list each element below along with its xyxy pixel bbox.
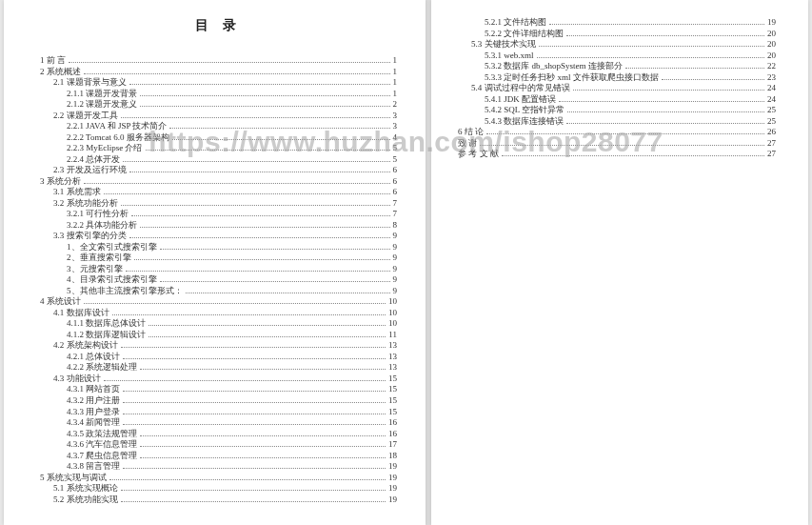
toc-leader-dots — [140, 369, 386, 370]
page-spread: 目 录 1 前 言12 系统概述12.1 课题背景与意义12.1.1 课题开发背… — [0, 0, 812, 525]
toc-entry: 2.1 课题背景与意义1 — [40, 77, 397, 89]
toc-entry-label: 5.3.3 定时任务扫秒 xml 文件获取爬虫接口数据 — [485, 72, 659, 84]
toc-leader-dots — [486, 133, 764, 134]
toc-leader-dots — [129, 84, 390, 85]
toc-entry: 4.3.7 爬虫信息管理18 — [40, 451, 397, 462]
toc-leader-dots — [559, 101, 764, 102]
toc-entry: 4.3.1 网站首页15 — [40, 384, 397, 395]
toc-entry-page: 7 — [393, 209, 398, 220]
toc-entry: 5、其他非主流搜索引擎形式：9 — [40, 286, 397, 297]
toc-leader-dots — [537, 57, 765, 58]
toc-entry: 3.2.2 具体功能分析8 — [40, 220, 397, 232]
toc-entry: 4.1 数据库设计10 — [40, 308, 397, 319]
toc-entry-label: 2.2.4 总体开发 — [67, 154, 120, 166]
toc-entry: 参 考 文 献27 — [458, 149, 776, 160]
toc-entry-label: 6 结 论 — [458, 127, 484, 138]
toc-entry: 5.3.2 数据库 db_shopSystem 连接部分22 — [458, 61, 776, 72]
toc-leader-dots — [480, 145, 764, 146]
toc-entry-page: 20 — [767, 39, 776, 50]
toc-leader-dots — [129, 237, 390, 238]
toc-entry-page: 24 — [767, 94, 776, 106]
toc-entry-label: 2、垂直搜索引擎 — [67, 252, 131, 264]
toc-leader-dots — [140, 106, 389, 107]
toc-title: 目 录 — [40, 17, 397, 34]
toc-entry-label: 3.2 系统功能分析 — [53, 198, 118, 210]
toc-entry: 4.3.3 用户登录15 — [40, 407, 397, 418]
toc-leader-dots — [169, 128, 389, 129]
toc-entry-label: 4.1.1 数据库总体设计 — [67, 318, 146, 330]
toc-entry: 5.2 系统功能实现19 — [40, 495, 397, 506]
toc-entry-page: 25 — [767, 105, 776, 116]
toc-leader-dots — [121, 501, 386, 502]
toc-leader-dots — [123, 358, 386, 359]
toc-entry-label: 5.1 系统实现概论 — [53, 483, 118, 495]
toc-entry-label: 1、全文索引式搜索引擎 — [67, 242, 157, 253]
toc-leader-dots — [123, 402, 386, 403]
toc-entry: 5.3.3 定时任务扫秒 xml 文件获取爬虫接口数据23 — [458, 72, 776, 84]
toc-list-left: 1 前 言12 系统概述12.1 课题背景与意义12.1.1 课题开发背景12.… — [40, 55, 397, 505]
toc-entry-page: 2 — [393, 99, 398, 111]
toc-entry: 4.2.1 总体设计13 — [40, 352, 397, 363]
toc-entry-label: 5.4 调试过程中的常见错误 — [471, 83, 570, 94]
toc-entry-label: 4.3.6 汽车信息管理 — [67, 439, 137, 451]
toc-leader-dots — [549, 24, 764, 25]
toc-list-right: 5.2.1 文件结构图195.2.2 文件详细结构图205.3 关键技术实现20… — [458, 17, 776, 160]
toc-leader-dots — [123, 468, 386, 469]
toc-entry: 5.2.1 文件结构图19 — [458, 17, 776, 29]
toc-leader-dots — [104, 193, 390, 194]
toc-leader-dots — [566, 35, 764, 36]
toc-entry-page: 1 — [393, 77, 398, 89]
toc-entry-page: 19 — [388, 473, 397, 484]
toc-entry-page: 10 — [388, 296, 397, 308]
toc-leader-dots — [566, 123, 764, 124]
toc-leader-dots — [539, 46, 765, 47]
toc-entry-label: 5.3.2 数据库 db_shopSystem 连接部分 — [485, 61, 623, 72]
toc-entry-page: 17 — [388, 439, 397, 451]
toc-entry-page: 6 — [393, 176, 398, 188]
toc-entry-label: 5.2.2 文件详细结构图 — [485, 29, 564, 40]
toc-entry-label: 4.3.3 用户登录 — [67, 407, 120, 418]
toc-entry-page: 9 — [393, 231, 398, 242]
toc-entry-label: 3.2.1 可行性分析 — [67, 209, 129, 220]
toc-entry-label: 3.3 搜索引擎的分类 — [53, 231, 127, 242]
toc-leader-dots — [123, 391, 386, 392]
toc-entry-page: 16 — [388, 417, 397, 429]
toc-entry: 4.3.5 政策法规管理16 — [40, 429, 397, 440]
toc-entry-label: 5 系统实现与调试 — [40, 473, 107, 484]
toc-entry-label: 2.2 课题开发工具 — [53, 111, 118, 122]
toc-entry-label: 4.3.5 政策法规管理 — [67, 429, 137, 440]
toc-entry-label: 4.3.2 用户注册 — [67, 395, 120, 407]
toc-entry-page: 13 — [388, 352, 397, 363]
toc-entry-page: 1 — [393, 55, 398, 67]
toc-leader-dots — [573, 90, 765, 91]
toc-entry-label: 3 系统分析 — [40, 176, 81, 188]
toc-entry: 6 结 论26 — [458, 127, 776, 138]
toc-leader-dots — [123, 161, 389, 162]
toc-entry-page: 6 — [393, 187, 398, 198]
toc-entry: 4.3.2 用户注册15 — [40, 395, 397, 407]
toc-entry: 4.2 系统架构设计13 — [40, 340, 397, 352]
toc-entry-page: 19 — [388, 483, 397, 495]
toc-entry: 1 前 言1 — [40, 55, 397, 67]
toc-entry: 5.4.1 JDK 配置错误24 — [458, 94, 776, 106]
toc-entry-label: 4.3.4 新闻管理 — [67, 417, 120, 429]
toc-entry-label: 4.3.8 留言管理 — [67, 461, 120, 473]
toc-entry: 2.2.3 MyEclipse 介绍5 — [40, 143, 397, 154]
toc-leader-dots — [126, 271, 390, 272]
toc-entry-page: 15 — [388, 395, 397, 407]
toc-entry-label: 2.1.2 课题开发意义 — [67, 99, 137, 111]
toc-entry-label: 2.3 开发及运行环境 — [53, 165, 127, 176]
toc-entry-page: 5 — [393, 154, 398, 166]
toc-entry: 4.3.6 汽车信息管理17 — [40, 439, 397, 451]
toc-entry: 4.3.8 留言管理19 — [40, 461, 397, 473]
toc-leader-dots — [140, 446, 386, 447]
toc-entry-page: 11 — [388, 330, 397, 341]
toc-entry-page: 18 — [388, 451, 397, 462]
toc-entry-page: 3 — [393, 121, 398, 132]
toc-entry: 2.2 课题开发工具3 — [40, 111, 397, 122]
toc-leader-dots — [129, 172, 390, 172]
toc-entry-label: 4、目录索引式搜索引擎 — [67, 274, 157, 286]
toc-entry-page: 6 — [393, 165, 398, 176]
toc-entry-label: 4.3.1 网站首页 — [67, 384, 120, 395]
toc-leader-dots — [131, 215, 389, 216]
